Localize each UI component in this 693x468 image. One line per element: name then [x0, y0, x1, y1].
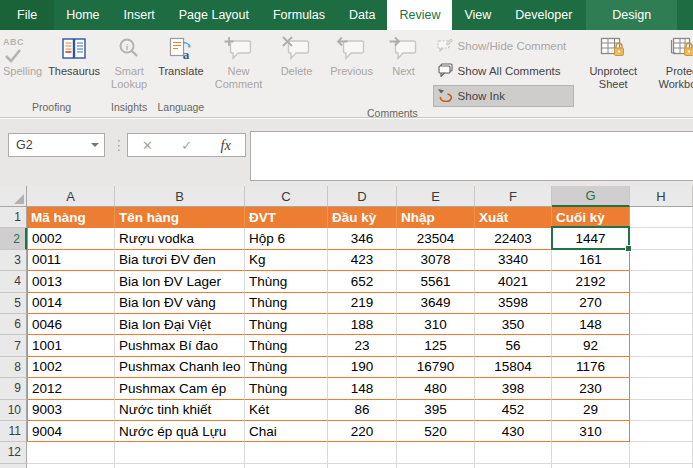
row-header-8[interactable]: 8	[0, 357, 27, 378]
cell-B7[interactable]: Pushmax Bí đao	[115, 335, 245, 356]
cell-B3[interactable]: Bia tươi ĐV đen	[115, 250, 245, 271]
cell-G8[interactable]: 1176	[552, 357, 630, 378]
cell-C8[interactable]: Thùng	[245, 357, 328, 378]
cell-A4[interactable]: 0013	[27, 271, 115, 292]
new-comment-button[interactable]: New Comment	[207, 30, 271, 91]
cell-C3[interactable]: Kg	[245, 250, 328, 271]
cell-E9[interactable]: 480	[397, 378, 475, 399]
cell-E3[interactable]: 3078	[397, 250, 475, 271]
cell-A5[interactable]: 0014	[27, 293, 115, 314]
cell-E4[interactable]: 5561	[397, 271, 475, 292]
cell-A10[interactable]: 9003	[27, 400, 115, 421]
cell-H4[interactable]	[630, 271, 693, 292]
cell-G7[interactable]: 92	[552, 335, 630, 356]
cell-F2[interactable]: 22403	[475, 228, 552, 249]
cell-G10[interactable]: 29	[552, 400, 630, 421]
cell-F7[interactable]: 56	[475, 335, 552, 356]
cell-D3[interactable]: 423	[328, 250, 397, 271]
cell-F3[interactable]: 3340	[475, 250, 552, 271]
cell-D10[interactable]: 86	[328, 400, 397, 421]
name-box-dropdown-icon[interactable]	[86, 134, 104, 156]
name-box[interactable]: G2	[8, 133, 105, 157]
cell-H3[interactable]	[630, 250, 693, 271]
insert-function-icon[interactable]: fx	[220, 137, 230, 154]
previous-comment-button[interactable]: Previous	[323, 30, 381, 78]
tab-design[interactable]: Design	[592, 0, 671, 30]
cell-C10[interactable]: Két	[245, 400, 328, 421]
cell-C6[interactable]: Thùng	[245, 314, 328, 335]
next-comment-button[interactable]: Next	[381, 30, 427, 78]
row-header-9[interactable]: 9	[0, 378, 27, 399]
column-header-F[interactable]: F	[475, 186, 552, 207]
cell-G12[interactable]	[552, 442, 630, 463]
cell-B9[interactable]: Pushmax Cam ép	[115, 378, 245, 399]
cell-H7[interactable]	[630, 335, 693, 356]
tab-page-layout[interactable]: Page Layout	[167, 0, 261, 30]
cell-H10[interactable]	[630, 400, 693, 421]
tab-data[interactable]: Data	[337, 0, 387, 30]
cell-G5[interactable]: 270	[552, 293, 630, 314]
show-ink-button[interactable]: Show Ink	[433, 85, 575, 107]
cell-B6[interactable]: Bia lon Đại Việt	[115, 314, 245, 335]
row-header-11[interactable]: 11	[0, 421, 27, 442]
cell-C11[interactable]: Chai	[245, 421, 328, 442]
cell-A2[interactable]: 0002	[27, 228, 115, 249]
select-all-corner[interactable]	[0, 186, 27, 207]
cell-E11[interactable]: 520	[397, 421, 475, 442]
column-header-G[interactable]: G	[552, 186, 630, 207]
cell-G1[interactable]: Cuối kỳ	[552, 207, 630, 228]
cell-C1[interactable]: ĐVT	[245, 207, 328, 228]
unprotect-sheet-button[interactable]: Unprotect Sheet	[578, 30, 648, 91]
cell-G2[interactable]: 1447	[552, 228, 630, 249]
cell-C13[interactable]	[245, 464, 328, 468]
cell-A3[interactable]: 0011	[27, 250, 115, 271]
translate-button[interactable]: a Translate	[155, 30, 206, 78]
cell-B1[interactable]: Tên hàng	[115, 207, 245, 228]
tab-view[interactable]: View	[452, 0, 503, 30]
cell-B13[interactable]	[115, 464, 245, 468]
cancel-icon[interactable]: ✕	[142, 138, 153, 153]
cell-F6[interactable]: 350	[475, 314, 552, 335]
cell-A9[interactable]: 2012	[27, 378, 115, 399]
cell-A1[interactable]: Mã hàng	[27, 207, 115, 228]
cell-H12[interactable]	[630, 442, 693, 463]
tab-developer[interactable]: Developer	[503, 0, 584, 30]
cell-H5[interactable]	[630, 293, 693, 314]
cell-E8[interactable]: 16790	[397, 357, 475, 378]
column-header-B[interactable]: B	[115, 186, 245, 207]
cell-F11[interactable]: 430	[475, 421, 552, 442]
cell-E12[interactable]	[397, 442, 475, 463]
cell-B11[interactable]: Nước ép quả Lựu	[115, 421, 245, 442]
row-header-4[interactable]: 4	[0, 271, 27, 292]
cell-A6[interactable]: 0046	[27, 314, 115, 335]
cell-A8[interactable]: 1002	[27, 357, 115, 378]
cell-E1[interactable]: Nhập	[397, 207, 475, 228]
cell-D7[interactable]: 23	[328, 335, 397, 356]
cell-E7[interactable]: 125	[397, 335, 475, 356]
formula-bar-input[interactable]	[250, 131, 693, 181]
cell-F1[interactable]: Xuất	[475, 207, 552, 228]
cell-D2[interactable]: 346	[328, 228, 397, 249]
cell-G11[interactable]: 310	[552, 421, 630, 442]
cell-G3[interactable]: 161	[552, 250, 630, 271]
cell-B10[interactable]: Nước tinh khiết	[115, 400, 245, 421]
enter-icon[interactable]: ✓	[181, 138, 192, 153]
cell-F4[interactable]: 4021	[475, 271, 552, 292]
cell-E10[interactable]: 395	[397, 400, 475, 421]
cell-F10[interactable]: 452	[475, 400, 552, 421]
cell-H9[interactable]	[630, 378, 693, 399]
cell-D4[interactable]: 652	[328, 271, 397, 292]
row-header-7[interactable]: 7	[0, 335, 27, 356]
protect-workbook-button[interactable]: Protect Workbook	[648, 30, 693, 91]
cell-C12[interactable]	[245, 442, 328, 463]
column-header-C[interactable]: C	[245, 186, 328, 207]
cell-D8[interactable]: 190	[328, 357, 397, 378]
cell-E5[interactable]: 3649	[397, 293, 475, 314]
cell-B2[interactable]: Rượu vodka	[115, 228, 245, 249]
cell-G13[interactable]	[552, 464, 630, 468]
cell-D12[interactable]	[328, 442, 397, 463]
cell-E2[interactable]: 23504	[397, 228, 475, 249]
cell-A13[interactable]	[27, 464, 115, 468]
cell-F8[interactable]: 15804	[475, 357, 552, 378]
tab-formulas[interactable]: Formulas	[261, 0, 337, 30]
